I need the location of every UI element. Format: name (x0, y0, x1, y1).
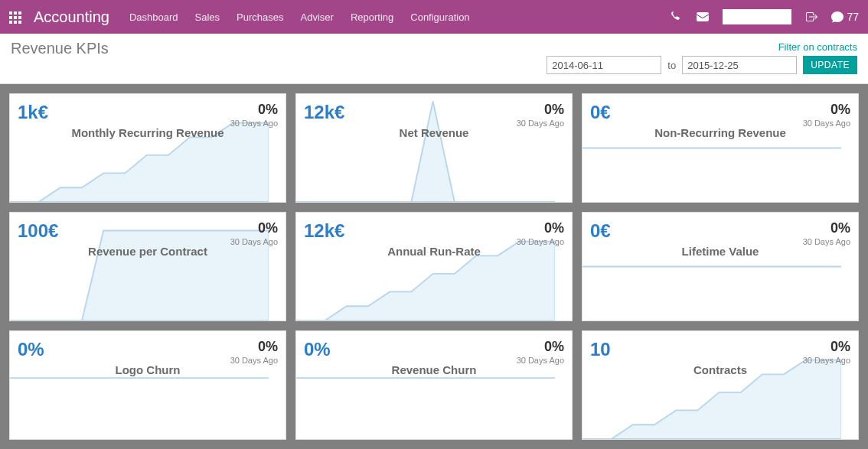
nav-sales[interactable]: Sales (195, 11, 220, 23)
kpi-value: 12k€ (304, 102, 344, 123)
kpi-card-non-recurring[interactable]: 0€ 0% 30 Days Ago Non-Recurring Revenue (582, 93, 859, 203)
nav-dashboard[interactable]: Dashboard (129, 11, 178, 23)
kpi-value: 0€ (590, 102, 611, 123)
nav-configuration[interactable]: Configuration (410, 11, 469, 23)
sparkline-icon (296, 331, 555, 439)
nav-purchases[interactable]: Purchases (237, 11, 283, 23)
kpi-value: 12k€ (304, 220, 344, 242)
update-button[interactable]: UPDATE (803, 56, 857, 74)
kpi-grid: 1k€ 0% 30 Days Ago Monthly Recurring Rev… (0, 84, 868, 449)
notification-button[interactable]: 77 (831, 11, 859, 23)
control-bar: Filter on contracts to UPDATE Revenue KP… (0, 34, 868, 84)
kpi-delta: 0% (830, 102, 850, 118)
kpi-label: Logo Churn (10, 363, 286, 376)
sparkline-icon (582, 331, 841, 439)
logout-icon[interactable] (805, 11, 817, 23)
kpi-card-arr[interactable]: 12k€ 0% 30 Days Ago Annual Run-Rate (295, 212, 573, 321)
kpi-value: 10 (590, 339, 611, 360)
nav-reporting[interactable]: Reporting (351, 11, 393, 23)
kpi-card-logo-churn[interactable]: 0% 0% 30 Days Ago Logo Churn (9, 330, 286, 440)
kpi-card-contracts[interactable]: 10 0% 30 Days Ago Contracts (582, 330, 859, 440)
kpi-card-mrr[interactable]: 1k€ 0% 30 Days Ago Monthly Recurring Rev… (9, 93, 286, 203)
kpi-delta: 0% (544, 220, 564, 236)
kpi-value: 0% (304, 339, 331, 360)
kpi-label: Non-Recurring Revenue (582, 126, 858, 139)
kpi-delta: 0% (258, 339, 278, 355)
phone-icon[interactable] (671, 11, 683, 23)
kpi-card-revenue-churn[interactable]: 0% 0% 30 Days Ago Revenue Churn (295, 330, 573, 440)
filter-contracts-link[interactable]: Filter on contracts (778, 41, 857, 53)
mail-icon[interactable] (697, 11, 709, 23)
date-from-input[interactable] (547, 56, 661, 74)
sparkline-icon (582, 94, 841, 202)
kpi-label: Annual Run-Rate (296, 245, 572, 258)
kpi-delta: 0% (258, 220, 278, 236)
kpi-delta: 0% (544, 102, 564, 118)
sparkline-icon (10, 331, 269, 439)
kpi-card-ltv[interactable]: 0€ 0% 30 Days Ago Lifetime Value (582, 212, 859, 321)
top-navbar: Accounting Dashboard Sales Purchases Adv… (0, 0, 868, 34)
sparkline-icon (582, 213, 841, 320)
kpi-delta: 0% (258, 102, 278, 118)
kpi-value: 0€ (590, 220, 611, 242)
kpi-label: Revenue Churn (296, 363, 572, 376)
notification-count: 77 (847, 11, 859, 23)
kpi-value: 1k€ (18, 102, 48, 123)
kpi-value: 100€ (18, 220, 58, 242)
kpi-delta: 0% (830, 339, 850, 355)
kpi-label: Lifetime Value (582, 245, 858, 258)
kpi-label: Contracts (582, 363, 858, 376)
search-input[interactable] (723, 9, 791, 24)
sparkline-icon (10, 94, 269, 202)
nav-adviser[interactable]: Adviser (301, 11, 334, 23)
date-to-input[interactable] (682, 56, 797, 74)
kpi-label: Net Revenue (296, 126, 572, 139)
kpi-delta: 0% (830, 220, 850, 236)
kpi-label: Revenue per Contract (10, 245, 286, 258)
apps-icon[interactable] (9, 11, 23, 22)
kpi-delta: 0% (544, 339, 564, 355)
kpi-value: 0% (18, 339, 44, 360)
app-title: Accounting (34, 8, 109, 26)
kpi-card-net-revenue[interactable]: 12k€ 0% 30 Days Ago Net Revenue (295, 93, 573, 203)
to-label: to (667, 60, 676, 71)
kpi-card-rev-per-contract[interactable]: 100€ 0% 30 Days Ago Revenue per Contract (9, 212, 286, 321)
kpi-label: Monthly Recurring Revenue (10, 126, 286, 139)
